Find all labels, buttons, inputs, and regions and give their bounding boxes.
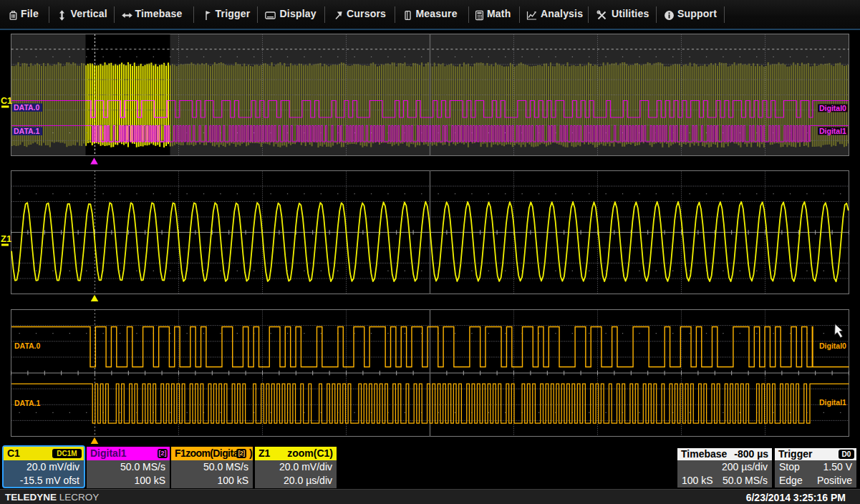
svg-text:DATA.0: DATA.0 (14, 341, 41, 350)
svg-text:Z1: Z1 (1, 233, 11, 244)
svg-text:DATA.1: DATA.1 (14, 399, 41, 407)
svg-text:DATA.1: DATA.1 (14, 127, 40, 135)
svg-text:Digital0: Digital0 (819, 341, 846, 350)
svg-text:DATA.0: DATA.0 (14, 103, 40, 112)
svg-text:Digital1: Digital1 (819, 127, 846, 135)
svg-text:C1: C1 (1, 96, 12, 106)
svg-text:Digital0: Digital0 (819, 104, 846, 112)
svg-text:Digital1: Digital1 (819, 398, 846, 407)
